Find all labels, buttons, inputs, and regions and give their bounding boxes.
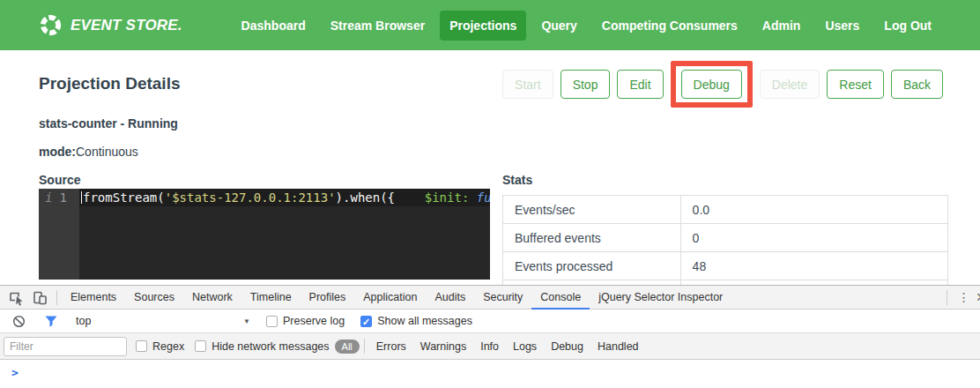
mode-value: Continuous bbox=[76, 145, 138, 159]
mode-label: mode: bbox=[39, 145, 76, 159]
debug-highlight-annotation: Debug bbox=[671, 61, 753, 108]
start-button[interactable]: Start bbox=[502, 70, 553, 99]
projection-status: stats-counter - Running bbox=[39, 116, 178, 131]
text-cursor bbox=[81, 191, 82, 204]
inspect-element-icon[interactable] bbox=[4, 286, 28, 309]
code-line-1: fromStream('$stats-127.0.0.1:2113').when… bbox=[79, 189, 490, 206]
table-row: Events/sec 0.0 bbox=[503, 196, 947, 224]
event-store-logo[interactable]: EVENT STORE. bbox=[39, 13, 182, 37]
stop-button[interactable]: Stop bbox=[561, 70, 611, 99]
clear-console-icon[interactable] bbox=[7, 310, 31, 332]
code-area[interactable]: fromStream('$stats-127.0.0.1:2113').when… bbox=[79, 189, 490, 280]
stats-section-label: Stats bbox=[502, 173, 532, 187]
stat-value: 0.0 bbox=[681, 196, 947, 223]
tab-security[interactable]: Security bbox=[474, 286, 531, 309]
line-number: 1 bbox=[59, 189, 66, 206]
main-nav: Dashboard Stream Browser Projections Que… bbox=[232, 11, 941, 41]
tab-jquery-selector-inspector[interactable]: jQuery Selector Inspector bbox=[590, 286, 731, 309]
code-string: '$stats-127.0.0.1:2113' bbox=[165, 190, 336, 205]
stat-name: Buffered events bbox=[503, 224, 681, 251]
tab-sources[interactable]: Sources bbox=[125, 286, 183, 309]
source-section-label: Source bbox=[39, 173, 80, 187]
level-filter-all[interactable]: All bbox=[335, 340, 360, 354]
code-whitespace bbox=[395, 190, 425, 205]
device-toolbar-icon[interactable] bbox=[28, 286, 52, 309]
hide-network-toggle[interactable]: Hide network messages bbox=[195, 340, 329, 353]
level-filter-errors[interactable]: Errors bbox=[369, 340, 413, 353]
brand-name: EVENT STORE. bbox=[71, 17, 182, 34]
tab-application[interactable]: Application bbox=[354, 286, 426, 309]
projection-action-buttons: Start Stop Edit Debug Delete Reset Back bbox=[502, 61, 943, 108]
nav-item-logout[interactable]: Log Out bbox=[874, 11, 941, 41]
tab-console[interactable]: Console bbox=[531, 286, 590, 310]
level-filter-debug[interactable]: Debug bbox=[544, 340, 590, 353]
level-filter-info[interactable]: Info bbox=[473, 340, 506, 353]
event-store-ring-icon bbox=[39, 13, 63, 37]
chevron-down-icon: ▼ bbox=[243, 317, 250, 325]
preserve-log-checkbox[interactable] bbox=[266, 316, 278, 327]
regex-checkbox[interactable] bbox=[136, 340, 147, 352]
level-filter-warnings[interactable]: Warnings bbox=[413, 340, 473, 353]
level-filter-logs[interactable]: Logs bbox=[506, 340, 544, 353]
edit-button[interactable]: Edit bbox=[617, 70, 663, 99]
tab-elements[interactable]: Elements bbox=[62, 286, 125, 309]
filter-icon[interactable] bbox=[39, 310, 63, 332]
back-button[interactable]: Back bbox=[891, 70, 943, 99]
hide-network-checkbox[interactable] bbox=[195, 340, 206, 352]
stat-value: 0 bbox=[681, 224, 947, 251]
toolbar-separator bbox=[364, 339, 365, 354]
preserve-log-label: Preserve log bbox=[283, 315, 345, 327]
toolbar-separator bbox=[56, 290, 57, 305]
nav-item-dashboard[interactable]: Dashboard bbox=[232, 11, 316, 41]
tab-profiles[interactable]: Profiles bbox=[301, 286, 355, 309]
nav-item-query[interactable]: Query bbox=[531, 11, 586, 41]
app-window: EVENT STORE. Dashboard Stream Browser Pr… bbox=[0, 0, 980, 388]
devtools-panel: Elements Sources Network Timeline Profil… bbox=[0, 285, 980, 388]
show-all-messages-label: Show all messages bbox=[377, 315, 472, 327]
level-filter-handled[interactable]: Handled bbox=[590, 340, 646, 353]
console-output[interactable]: > bbox=[0, 360, 980, 387]
nav-item-admin[interactable]: Admin bbox=[753, 11, 811, 41]
code-identifier: $init: bbox=[425, 190, 470, 205]
code-keyword: fu bbox=[477, 190, 490, 205]
preserve-log-toggle[interactable]: Preserve log bbox=[266, 315, 345, 327]
regex-label: Regex bbox=[152, 340, 184, 353]
console-filter-bar: Regex Hide network messages All Errors W… bbox=[0, 333, 980, 360]
nav-item-users[interactable]: Users bbox=[815, 11, 869, 41]
nav-item-stream-browser[interactable]: Stream Browser bbox=[321, 11, 434, 41]
console-toolbar: top ▼ Preserve log ✓ Show all messages bbox=[0, 310, 980, 333]
nav-item-projections[interactable]: Projections bbox=[440, 11, 526, 41]
gutter-annotation-icon: i bbox=[45, 189, 52, 206]
toolbar-separator bbox=[947, 290, 947, 305]
devtools-tab-bar: Elements Sources Network Timeline Profil… bbox=[0, 286, 980, 310]
hide-network-label: Hide network messages bbox=[212, 340, 329, 353]
reset-button[interactable]: Reset bbox=[827, 70, 884, 99]
tab-audits[interactable]: Audits bbox=[426, 286, 474, 309]
execution-context-selector[interactable]: top ▼ bbox=[76, 315, 250, 327]
regex-toggle[interactable]: Regex bbox=[136, 340, 184, 353]
show-all-messages-checkbox[interactable]: ✓ bbox=[360, 316, 372, 327]
stat-value: 48 bbox=[681, 252, 947, 280]
code-plain: fromStream( bbox=[83, 190, 165, 205]
top-navbar: EVENT STORE. Dashboard Stream Browser Pr… bbox=[0, 0, 980, 50]
source-code-editor[interactable]: i 1 fromStream('$stats-127.0.0.1:2113').… bbox=[39, 189, 490, 280]
projection-mode: mode:Continuous bbox=[39, 145, 138, 159]
tab-timeline[interactable]: Timeline bbox=[241, 286, 301, 309]
show-all-messages-toggle[interactable]: ✓ Show all messages bbox=[360, 315, 472, 327]
page-title: Projection Details bbox=[39, 74, 181, 93]
code-whitespace bbox=[469, 190, 476, 205]
tab-network[interactable]: Network bbox=[183, 286, 241, 309]
filter-input[interactable] bbox=[4, 337, 127, 356]
nav-item-competing-consumers[interactable]: Competing Consumers bbox=[592, 11, 747, 41]
devtools-menu-icon[interactable]: ⋮ bbox=[952, 286, 976, 309]
debug-button[interactable]: Debug bbox=[681, 70, 742, 99]
devtools-close-icon[interactable]: ✕ bbox=[976, 290, 980, 304]
table-row: Buffered events 0 bbox=[503, 224, 947, 252]
console-prompt-chevron[interactable]: > bbox=[0, 360, 19, 379]
context-label: top bbox=[76, 315, 243, 327]
code-plain: ).when({ bbox=[336, 190, 395, 205]
editor-gutter: i 1 bbox=[39, 189, 79, 280]
delete-button[interactable]: Delete bbox=[760, 70, 820, 99]
stat-name: Events/sec bbox=[503, 196, 681, 223]
stat-name: Events processed bbox=[503, 252, 681, 280]
